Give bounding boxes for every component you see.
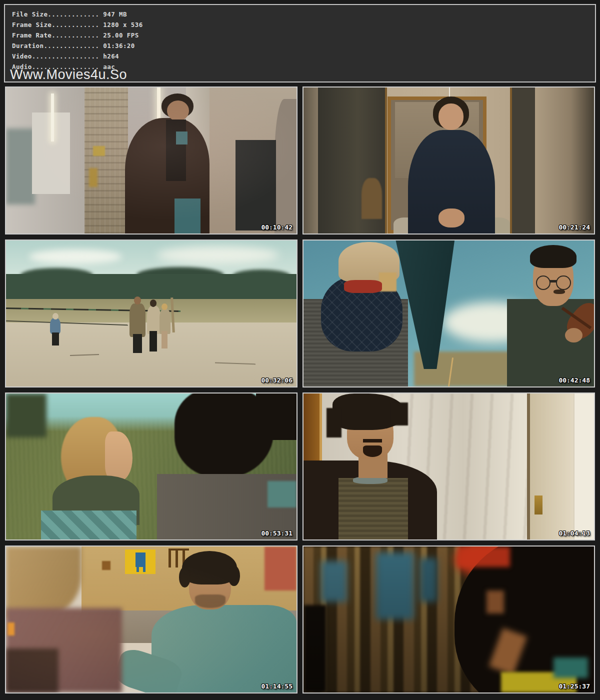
timestamp-badge: 01:25:37 (558, 682, 590, 690)
screenshot-thumb-7: 01:14:55 (5, 546, 298, 694)
timestamp-badge: 00:10:42 (261, 224, 292, 231)
info-value: 01:36:20 (103, 42, 134, 50)
teal-collar (268, 481, 296, 508)
timestamp-badge: 00:53:31 (261, 530, 292, 537)
person-legs (150, 331, 157, 352)
info-label: Frame Rate (12, 32, 52, 39)
screenshot-thumb-6: 01:04:13 (302, 392, 595, 540)
man-cream-sweater (147, 306, 160, 334)
info-label: Frame Size (12, 21, 52, 28)
info-label: Duration (12, 42, 44, 50)
cloud (157, 246, 279, 264)
woman-figure (160, 309, 170, 334)
screenshot-thumb-1: 00:10:42 (5, 86, 298, 234)
info-row-frame-rate: Frame Rate............ 25.00 FPS (12, 30, 143, 40)
info-value: 25.00 FPS (103, 32, 138, 39)
dot-leader: ............. (48, 10, 99, 18)
info-label: File Size (12, 10, 48, 18)
info-label: Video (12, 52, 32, 60)
info-row-duration: Duration.............. 01:36:20 (12, 40, 143, 51)
info-row-video: Video................. h264 (12, 51, 143, 62)
glasses-lens (536, 276, 550, 290)
person-legs (133, 334, 142, 353)
screenshot-thumb-5: 00:53:31 (5, 392, 298, 540)
dot-leader: ................. (32, 52, 100, 60)
info-value: h264 (103, 52, 119, 60)
cloud (29, 250, 122, 264)
man-face (438, 104, 463, 130)
background-chair (362, 178, 382, 219)
cream-door (530, 394, 574, 540)
dot-leader: .............. (44, 42, 99, 50)
timestamp-badge: 00:32:06 (261, 376, 292, 384)
media-info-rows: File Size............. 947 MB Frame Size… (12, 9, 143, 72)
violinist-hair (530, 245, 576, 268)
brass-lock-plate (534, 496, 542, 514)
info-row-file-size: File Size............. 947 MB (12, 9, 143, 20)
man-hair-back (256, 394, 296, 440)
screenshot-thumb-3: 00:32:06 (5, 240, 298, 388)
hair-strand (326, 408, 341, 437)
media-info-panel: File Size............. 947 MB Frame Size… (4, 4, 596, 82)
info-value: 1280 x 536 (103, 21, 142, 28)
mustache (554, 290, 565, 294)
person-head (52, 313, 58, 320)
plaid-jacket (41, 510, 137, 540)
white-door (574, 394, 594, 540)
warm-light-overlay (6, 546, 296, 692)
right-doorway (510, 88, 535, 234)
dot-leader: ............ (52, 32, 99, 39)
screenshot-grid: 00:10:42 00:21:24 (5, 86, 595, 694)
knit-sweater (338, 478, 408, 540)
man-tan-coat (130, 304, 146, 337)
person-head (162, 304, 168, 310)
person-blue (50, 318, 60, 334)
red-hair-highlight (458, 546, 510, 567)
person-head (150, 300, 156, 307)
mustache (363, 439, 382, 442)
tree-line (6, 274, 296, 302)
teal-glint (554, 658, 588, 678)
tree-clump (6, 394, 46, 438)
screenshot-thumb-8: 01:25:37 (302, 546, 595, 694)
goatee (363, 446, 382, 457)
person-legs (52, 332, 59, 346)
glasses-lens (556, 276, 570, 290)
screenshot-thumb-4: 00:42:48 (302, 240, 595, 388)
site-watermark: Www.Movies4u.So (10, 68, 127, 82)
driftwood (215, 362, 256, 365)
hand (565, 328, 582, 342)
person-legs (162, 331, 168, 348)
person-head (134, 296, 141, 304)
driftwood (70, 354, 99, 356)
screenshot-thumb-2: 00:21:24 (302, 86, 595, 234)
hair-strand (390, 402, 408, 426)
dot-leader: ............ (52, 21, 99, 28)
info-row-frame-size: Frame Size............ 1280 x 536 (12, 20, 143, 30)
red-scarf (344, 280, 382, 293)
glasses-bridge (550, 280, 557, 282)
timestamp-badge: 01:04:13 (558, 530, 590, 537)
timestamp-badge: 00:21:24 (558, 224, 590, 231)
info-value: 947 MB (103, 10, 127, 18)
ear-highlight (486, 590, 504, 614)
timestamp-badge: 00:42:48 (558, 376, 590, 384)
timestamp-badge: 01:14:55 (261, 682, 292, 690)
clasped-hands (438, 208, 464, 228)
light-glow (6, 88, 296, 234)
